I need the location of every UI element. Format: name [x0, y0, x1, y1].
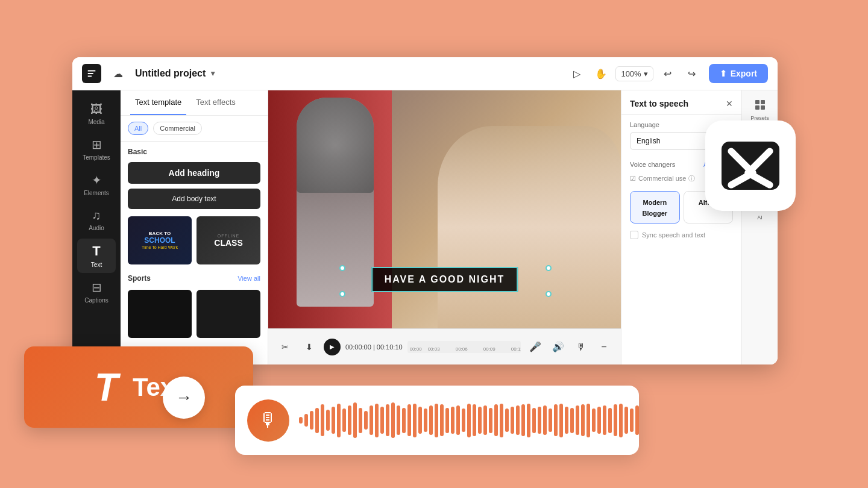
- top-bar: ☁ Untitled project ▼ ▷ ✋ 100% ▾ ↩ ↪ ⬆ Ex…: [72, 57, 778, 90]
- selection-handle-br: [546, 265, 552, 271]
- mic-circle: 🎙: [247, 399, 289, 442]
- mark-6: 00:06: [456, 346, 468, 352]
- mark-12: 00:12: [511, 346, 521, 352]
- zoom-level: 100%: [621, 69, 641, 78]
- sidebar-item-elements[interactable]: ✦ Elements: [77, 168, 116, 201]
- sidebar-item-captions[interactable]: ⊟ Captions: [77, 275, 116, 308]
- voice1-name: Modern Blogger: [642, 199, 667, 217]
- zoom-chevron-icon: ▾: [644, 69, 648, 78]
- sidebar-label-audio: Audio: [89, 225, 104, 231]
- wave-bar: [391, 402, 395, 439]
- microphone-button[interactable]: 🎤: [526, 337, 545, 357]
- selection-handle-bl: [339, 265, 345, 271]
- wave-bar: [532, 408, 536, 433]
- wave-bar: [483, 405, 487, 435]
- sidebar-item-audio[interactable]: ♫ Audio: [77, 204, 116, 236]
- wave-bar: [554, 404, 558, 436]
- wave-bar: [337, 404, 341, 437]
- selection-handle-tr: [546, 291, 552, 297]
- sidebar-label-templates: Templates: [83, 154, 110, 161]
- wave-bar: [559, 404, 563, 437]
- wave-bar: [326, 410, 330, 431]
- wave-bar: [397, 405, 400, 435]
- wave-bar: [478, 407, 482, 434]
- video-preview[interactable]: HAVE A GOOD NIGHT: [268, 90, 621, 328]
- undo-button[interactable]: ↩: [658, 64, 678, 83]
- class-text-content: OFFLINE CLASS: [214, 234, 242, 248]
- sports-template-1[interactable]: [128, 290, 192, 338]
- microphone-icon: 🎙: [259, 409, 278, 431]
- tab-text-template[interactable]: Text template: [130, 90, 186, 115]
- svg-rect-2: [755, 105, 760, 110]
- text-t-icon: T: [95, 365, 118, 410]
- template-school[interactable]: BACK TO SCHOOL Time To Hard Work: [128, 216, 192, 264]
- wave-bar: [581, 404, 585, 436]
- timeline-ruler[interactable]: 00:00 00:03 00:06 00:09 00:12: [407, 341, 521, 353]
- waveform-display: [299, 399, 639, 442]
- mark-3: 00:03: [428, 346, 440, 352]
- sidebar-item-text[interactable]: T Text: [77, 239, 116, 273]
- wave-bar: [505, 408, 509, 432]
- add-body-button[interactable]: Add body text: [128, 189, 260, 209]
- video-caption-overlay[interactable]: HAVE A GOOD NIGHT: [371, 267, 518, 292]
- section-basic-label: Basic: [121, 142, 268, 160]
- total-time: 00:10:10: [377, 343, 403, 351]
- wave-bar: [386, 404, 389, 436]
- wave-bar: [592, 408, 596, 432]
- elements-icon: ✦: [92, 173, 102, 187]
- wave-bar: [321, 404, 324, 436]
- school-text-content: BACK TO SCHOOL Time To Hard Work: [142, 231, 178, 250]
- wave-bar: [364, 411, 368, 430]
- wave-bar: [597, 407, 601, 434]
- tts-header: Text to speech ✕: [621, 90, 741, 115]
- current-time: 00:00:00: [345, 343, 371, 351]
- media-icon: 🖼: [90, 102, 102, 116]
- tts-title: Text to speech: [630, 99, 688, 108]
- sidebar-item-templates[interactable]: ⊞ Templates: [77, 133, 116, 166]
- zoom-control[interactable]: 100% ▾: [615, 66, 653, 81]
- add-heading-button[interactable]: Add heading: [128, 162, 260, 184]
- download-button[interactable]: ⬇: [300, 337, 319, 357]
- voiceover-button[interactable]: 🎙: [571, 337, 591, 357]
- template-class[interactable]: OFFLINE CLASS: [197, 216, 260, 264]
- wave-bar: [500, 404, 503, 437]
- sound-button[interactable]: 🔊: [549, 337, 568, 357]
- sports-template-2[interactable]: [197, 290, 260, 338]
- sidebar-item-media[interactable]: 🖼 Media: [77, 98, 116, 130]
- sync-checkbox[interactable]: [630, 231, 638, 239]
- wave-bar: [614, 404, 617, 436]
- wave-bar: [310, 411, 313, 430]
- export-button[interactable]: ⬆ Export: [709, 64, 768, 83]
- minus-button[interactable]: −: [594, 337, 614, 357]
- wave-bar: [348, 405, 351, 435]
- wave-bar: [565, 407, 568, 434]
- trim-button[interactable]: ✂: [275, 337, 295, 357]
- play-button[interactable]: ▶: [324, 339, 341, 355]
- checkbox-icon: ☑: [630, 175, 636, 183]
- project-title-area[interactable]: Untitled project ▼: [135, 68, 216, 79]
- voice-card-modern-blogger[interactable]: Modern Blogger: [630, 191, 680, 224]
- hand-tool-button[interactable]: ✋: [591, 64, 611, 83]
- filter-commercial-button[interactable]: Commercial: [153, 122, 202, 135]
- arrow-bubble: →: [163, 377, 205, 419]
- wave-bar: [576, 405, 579, 435]
- view-all-link[interactable]: View all: [237, 275, 260, 282]
- language-value: English: [637, 137, 660, 145]
- mark-9: 00:09: [483, 346, 495, 352]
- wave-bar: [473, 404, 476, 436]
- pointer-tool-button[interactable]: ▷: [567, 64, 587, 83]
- redo-button[interactable]: ↪: [682, 64, 702, 83]
- wave-bar: [635, 405, 639, 435]
- filmora-logo-bubble: [705, 120, 796, 211]
- wave-bar: [342, 408, 346, 432]
- wave-bar: [603, 405, 606, 435]
- tts-close-button[interactable]: ✕: [726, 99, 733, 108]
- cloud-save-button[interactable]: ☁: [108, 64, 128, 83]
- wave-bar: [418, 407, 422, 434]
- info-icon: ⓘ: [688, 174, 695, 183]
- sports-template-grid: [121, 285, 268, 343]
- wave-bar: [375, 404, 379, 437]
- tab-text-effects[interactable]: Text effects: [191, 90, 241, 115]
- filter-all-button[interactable]: All: [128, 122, 148, 135]
- panel-filters: All Commercial: [121, 116, 268, 142]
